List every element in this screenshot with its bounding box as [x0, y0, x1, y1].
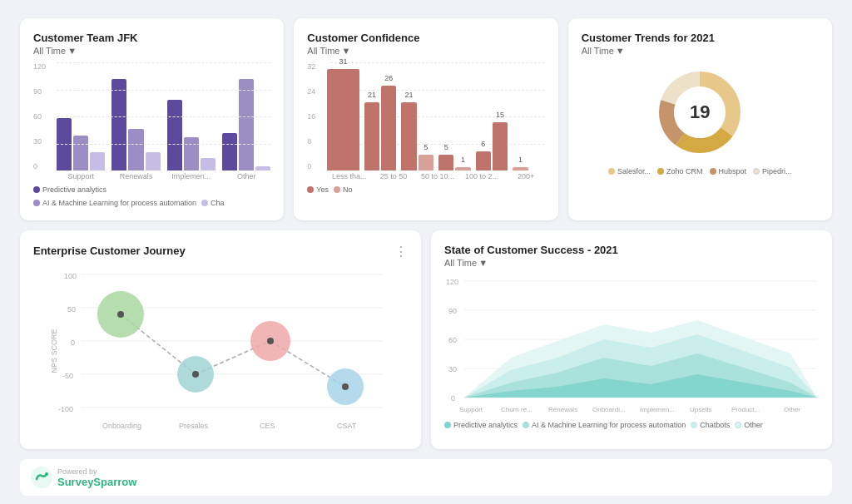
customer-team-jfk-filter[interactable]: All Time ▼ [33, 46, 270, 56]
bar-other-1 [222, 133, 237, 170]
bar-renewals-1 [111, 79, 126, 170]
legend-item-cha: Cha [201, 199, 225, 207]
conf-bar-200plus-no: 15 [493, 122, 508, 170]
y-label-50: 50 [67, 305, 76, 314]
grid-line [57, 116, 270, 117]
legend-dot-ai [33, 200, 40, 206]
svg-text:Implemen...: Implemen... [640, 406, 675, 413]
legend-item-predictive: Predictive analytics [33, 185, 106, 194]
conf-group-extra: 1 [513, 167, 545, 170]
bar-renewals-3 [146, 152, 161, 170]
bar-group-renewals [111, 79, 160, 170]
conf-bar-100to2-no: 1 [455, 167, 470, 170]
svg-text:Other: Other [784, 406, 800, 413]
customer-trends-filter[interactable]: All Time ▼ [582, 46, 819, 56]
conf-bar-100to2-yes: 5 [438, 155, 453, 170]
y-axis-confidence: 32 24 16 8 0 [307, 62, 315, 170]
legend-item-hubspot: Hubspot [710, 167, 747, 175]
confidence-bar-chart: 32 24 16 8 0 31 [307, 62, 544, 170]
legend-item-predictive-success: Predictive analytics [444, 421, 518, 429]
bar-implement-3 [201, 158, 215, 170]
donut-center-value: 19 [690, 101, 710, 123]
legend-item-ai: AI & Machine Learning for process automa… [33, 199, 196, 207]
y-label-0: 0 [71, 338, 75, 347]
state-of-success-filter[interactable]: All Time ▼ [444, 258, 819, 268]
enterprise-journey-title: Enterprise Customer Journey [33, 245, 186, 257]
conf-bar-extra-no: 1 [513, 167, 528, 170]
customer-confidence-card: Customer Confidence All Time ▼ 32 24 16 … [294, 18, 557, 220]
enterprise-journey-card: Enterprise Customer Journey ⋮ NPS SCORE … [20, 230, 421, 449]
area-chart-svg: 120 90 60 30 0 [444, 274, 819, 416]
journey-chart-area: NPS SCORE 100 50 0 -50 -100 [33, 266, 408, 436]
node-csat-center [342, 383, 349, 390]
legend-dot-other-success [735, 422, 741, 428]
svg-point-18 [31, 467, 52, 488]
customer-team-jfk-chart: 120 90 60 30 0 [33, 62, 270, 207]
conf-group-lessthan: 31 [327, 69, 359, 170]
grid-line [330, 62, 544, 63]
conf-group-100to2: 5 1 [438, 155, 471, 170]
svg-text:Upsells: Upsells [690, 406, 711, 413]
customer-confidence-filter[interactable]: All Time ▼ [307, 46, 544, 56]
legend-item-salesforce: Salesfor... [608, 167, 651, 175]
legend-dot-predictive [33, 186, 40, 193]
bar-group-implement [167, 100, 215, 170]
dashboard: Customer Team JFK All Time ▼ 120 90 60 3… [10, 8, 842, 504]
legend-dot-hubspot [710, 168, 716, 175]
bar-support-2 [73, 136, 88, 170]
bar-support-1 [57, 118, 72, 170]
grid-line [330, 90, 544, 91]
legend-item-other-success: Other [735, 421, 763, 429]
legend-item-zoho: Zoho CRM [657, 167, 703, 175]
conf-label-lessthan: 31 [339, 57, 348, 66]
brand-name: SurveySparrow [57, 476, 136, 488]
conf-bar-25to50-yes: 21 [364, 102, 379, 170]
grid-line [330, 144, 544, 145]
grid-line [57, 144, 270, 145]
legend-dot-salesforce [608, 168, 615, 175]
conf-bar-25to50-no: 26 [381, 86, 396, 170]
svg-text:Support: Support [459, 406, 483, 413]
legend-item-chatbots: Chatbots [691, 421, 730, 429]
y-label-100: 100 [64, 272, 77, 280]
journey-header: Enterprise Customer Journey ⋮ [33, 244, 408, 259]
legend-dot-pipedrive [753, 168, 760, 175]
legend-dot-cha [201, 200, 208, 206]
customer-team-jfk-title: Customer Team JFK [33, 32, 270, 44]
y-label-neg100: -100 [58, 405, 73, 413]
x-label-presales: Presales [179, 422, 209, 430]
top-row: Customer Team JFK All Time ▼ 120 90 60 3… [20, 18, 832, 220]
legend-confidence: Yes No [307, 185, 544, 194]
conf-group-25to50: 21 26 [364, 86, 397, 170]
conf-bar-50to100-yes: 21 [401, 102, 416, 170]
svg-text:90: 90 [448, 307, 457, 315]
y-label-neg50: -50 [62, 372, 73, 380]
legend-item-no: No [334, 185, 353, 194]
donut-container: 19 Salesfor... Zoho CRM Hubspot [582, 62, 819, 175]
x-label-onboarding: Onboarding [102, 422, 141, 430]
conf-group-200plus: 6 15 [476, 122, 508, 170]
conf-bar-lessthan-yes: 31 [327, 69, 359, 170]
bar-implement-2 [184, 137, 199, 170]
node-onboarding-center [117, 311, 124, 318]
legend-jfk: Predictive analytics AI & Machine Learni… [33, 185, 270, 207]
svg-text:Renewals: Renewals [548, 406, 577, 413]
donut-chart: 19 [650, 62, 750, 162]
x-label-ces: CES [260, 422, 275, 430]
legend-dot-zoho [657, 168, 664, 175]
node-ces-center [267, 338, 274, 344]
journey-menu-icon[interactable]: ⋮ [394, 244, 408, 259]
bar-group-other [222, 79, 270, 170]
legend-item-pipedrive: Pipedri... [753, 167, 792, 175]
customer-trends-card: Customer Trends for 2021 All Time ▼ 19 [568, 18, 832, 220]
donut-legend: Salesfor... Zoho CRM Hubspot Pipedri... [608, 167, 792, 175]
powered-by-text: Powered by [57, 467, 136, 476]
svg-text:30: 30 [448, 365, 457, 373]
svg-text:120: 120 [446, 278, 458, 286]
footer-logo: Powered by SurveySparrow [30, 466, 136, 489]
x-label-csat: CSAT [337, 422, 357, 430]
legend-item-yes: Yes [307, 185, 329, 194]
node-presales-center [192, 371, 199, 378]
bottom-row: Enterprise Customer Journey ⋮ NPS SCORE … [20, 230, 832, 449]
bar-support-3 [90, 152, 105, 170]
